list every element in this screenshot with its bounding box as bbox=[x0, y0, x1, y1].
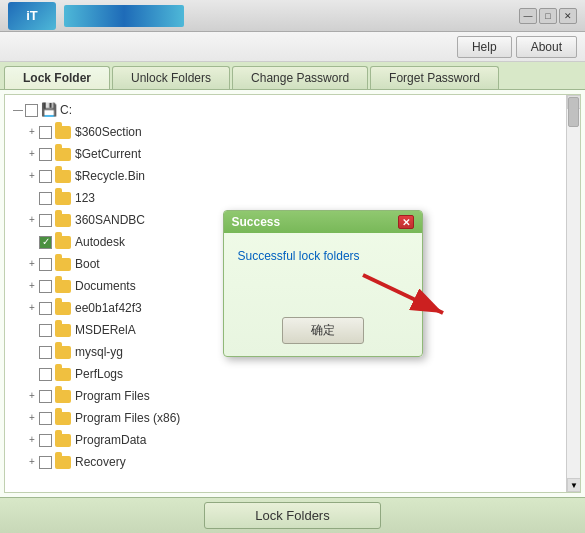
maximize-button[interactable]: □ bbox=[539, 8, 557, 24]
tab-unlock-folders[interactable]: Unlock Folders bbox=[112, 66, 230, 89]
dialog-ok-button[interactable]: 确定 bbox=[282, 317, 364, 344]
title-bar-banner bbox=[64, 5, 184, 27]
title-bar-left: iT bbox=[8, 2, 184, 30]
dialog-close-button[interactable]: ✕ bbox=[398, 215, 414, 229]
tab-forget-password[interactable]: Forget Password bbox=[370, 66, 499, 89]
tab-change-password[interactable]: Change Password bbox=[232, 66, 368, 89]
dialog-message: Successful lock folders bbox=[238, 249, 408, 263]
toolbar: Help About bbox=[0, 32, 585, 62]
red-arrow-icon bbox=[353, 265, 473, 325]
title-bar: iT — □ ✕ bbox=[0, 0, 585, 32]
close-button[interactable]: ✕ bbox=[559, 8, 577, 24]
dialog-title-text: Success bbox=[232, 215, 281, 229]
dialog-overlay: Success ✕ Successful lock folders bbox=[0, 90, 585, 497]
dialog-title-bar: Success ✕ bbox=[224, 211, 422, 233]
main-content: — 💾 C: + $360Section + $GetCurrent + bbox=[0, 90, 585, 497]
title-bar-controls: — □ ✕ bbox=[519, 8, 577, 24]
minimize-button[interactable]: — bbox=[519, 8, 537, 24]
success-dialog: Success ✕ Successful lock folders bbox=[223, 210, 423, 357]
help-button[interactable]: Help bbox=[457, 36, 512, 58]
tab-lock-folder[interactable]: Lock Folder bbox=[4, 66, 110, 89]
arrow-area bbox=[238, 275, 408, 305]
lock-folders-button[interactable]: Lock Folders bbox=[204, 502, 380, 529]
tab-bar: Lock Folder Unlock Folders Change Passwo… bbox=[0, 62, 585, 90]
svg-line-1 bbox=[363, 275, 443, 313]
app-logo: iT bbox=[8, 2, 56, 30]
about-button[interactable]: About bbox=[516, 36, 577, 58]
action-bar: Lock Folders bbox=[0, 497, 585, 533]
dialog-body: Successful lock folders bbox=[224, 233, 422, 317]
